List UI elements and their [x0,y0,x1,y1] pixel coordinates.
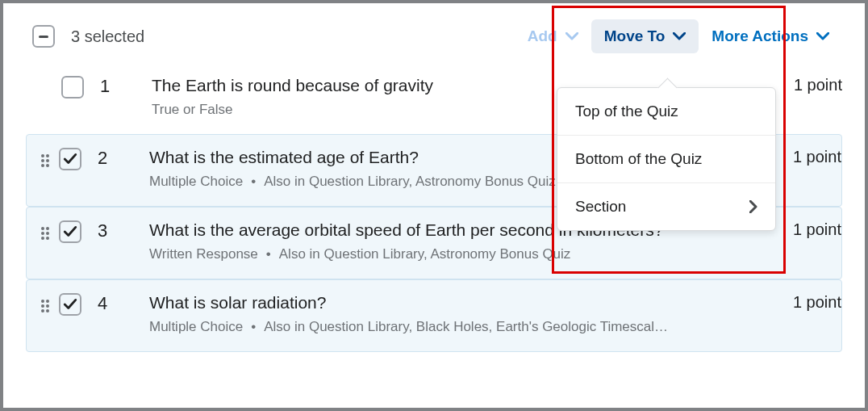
app-frame: 3 selected Add Move To More Actions 1 Th… [3,3,865,408]
dropdown-item-top[interactable]: Top of the Quiz [557,88,775,136]
select-all-checkbox[interactable] [32,25,55,48]
dropdown-item-section[interactable]: Section [557,183,775,230]
add-label: Add [528,27,557,45]
move-to-button[interactable]: Move To [591,19,699,53]
question-number: 4 [98,293,122,314]
question-points: 1 point [793,293,841,312]
more-actions-button[interactable]: More Actions [699,19,842,53]
chevron-down-icon [816,32,829,40]
question-points: 1 point [793,148,841,166]
row-checkbox[interactable] [59,148,81,170]
drag-handle-icon[interactable] [41,153,51,169]
chevron-right-icon [749,200,757,213]
selection-count: 3 selected [71,27,144,46]
question-number: 3 [98,220,122,241]
row-checkbox[interactable] [59,293,81,316]
question-points: 1 point [793,220,841,239]
move-to-dropdown: Top of the Quiz Bottom of the Quiz Secti… [557,87,776,231]
dropdown-item-bottom[interactable]: Bottom of the Quiz [557,136,775,183]
chevron-down-icon [565,32,578,40]
add-button[interactable]: Add [515,19,591,53]
move-to-label: Move To [604,27,666,45]
drag-handle-icon[interactable] [41,225,51,241]
row-checkbox[interactable] [61,76,84,99]
question-meta: Multiple Choice•Also in Question Library… [149,319,777,335]
question-points: 1 point [794,76,842,94]
indeterminate-dash-icon [39,36,48,38]
row-checkbox[interactable] [59,220,81,243]
question-row: 4 What is solar radiation? Multiple Choi… [26,279,842,352]
toolbar: 3 selected Add Move To More Actions [3,3,865,63]
question-number: 1 [100,76,124,97]
question-number: 2 [98,148,122,169]
drag-handle-icon[interactable] [41,298,51,314]
question-meta: Written Response•Also in Question Librar… [149,246,777,262]
chevron-down-icon [673,32,686,40]
more-actions-label: More Actions [712,27,808,45]
question-title: What is solar radiation? [149,293,777,312]
